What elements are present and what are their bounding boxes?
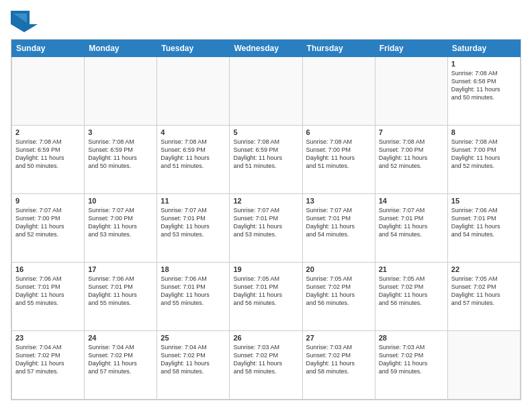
day-number: 3: [88, 128, 153, 136]
day-number: 6: [306, 128, 371, 136]
day-cell: [157, 57, 230, 126]
day-info: Sunrise: 7:04 AM Sunset: 7:02 PM Dayligh…: [15, 343, 81, 376]
day-number: 9: [15, 197, 81, 205]
day-cell: 9Sunrise: 7:07 AM Sunset: 7:00 PM Daylig…: [12, 194, 85, 263]
day-info: Sunrise: 7:03 AM Sunset: 7:02 PM Dayligh…: [379, 343, 444, 376]
day-number: 14: [379, 197, 444, 205]
day-cell: 8Sunrise: 7:08 AM Sunset: 7:00 PM Daylig…: [447, 126, 520, 194]
day-info: Sunrise: 7:07 AM Sunset: 7:01 PM Dayligh…: [379, 206, 444, 239]
day-cell: 19Sunrise: 7:05 AM Sunset: 7:01 PM Dayli…: [230, 263, 302, 331]
week-row-2: 9Sunrise: 7:07 AM Sunset: 7:00 PM Daylig…: [12, 194, 521, 263]
day-cell: 27Sunrise: 7:03 AM Sunset: 7:02 PM Dayli…: [302, 331, 375, 400]
day-number: 2: [15, 128, 81, 136]
day-cell: 20Sunrise: 7:05 AM Sunset: 7:02 PM Dayli…: [302, 263, 375, 331]
day-number: 4: [161, 128, 226, 136]
day-info: Sunrise: 7:07 AM Sunset: 7:01 PM Dayligh…: [161, 206, 226, 239]
day-number: 25: [161, 334, 226, 342]
day-number: 16: [15, 265, 81, 273]
day-number: 28: [379, 334, 444, 342]
day-cell: 26Sunrise: 7:03 AM Sunset: 7:02 PM Dayli…: [230, 331, 302, 400]
day-cell: 13Sunrise: 7:07 AM Sunset: 7:01 PM Dayli…: [302, 194, 375, 263]
day-info: Sunrise: 7:08 AM Sunset: 7:00 PM Dayligh…: [451, 138, 517, 171]
day-number: 27: [306, 334, 371, 342]
day-cell: 1Sunrise: 7:08 AM Sunset: 6:58 PM Daylig…: [447, 57, 520, 126]
day-header-saturday: Saturday: [447, 40, 520, 57]
day-number: 22: [451, 265, 517, 273]
day-cell: 28Sunrise: 7:03 AM Sunset: 7:02 PM Dayli…: [375, 331, 447, 400]
day-number: 15: [451, 197, 517, 205]
day-cell: 22Sunrise: 7:05 AM Sunset: 7:02 PM Dayli…: [447, 263, 520, 331]
day-info: Sunrise: 7:03 AM Sunset: 7:02 PM Dayligh…: [306, 343, 371, 376]
week-row-0: 1Sunrise: 7:08 AM Sunset: 6:58 PM Daylig…: [12, 57, 521, 126]
day-cell: 24Sunrise: 7:04 AM Sunset: 7:02 PM Dayli…: [85, 331, 157, 400]
day-cell: [230, 57, 302, 126]
day-info: Sunrise: 7:05 AM Sunset: 7:02 PM Dayligh…: [306, 275, 371, 308]
day-cell: 11Sunrise: 7:07 AM Sunset: 7:01 PM Dayli…: [157, 194, 230, 263]
week-row-1: 2Sunrise: 7:08 AM Sunset: 6:59 PM Daylig…: [12, 126, 521, 194]
day-info: Sunrise: 7:06 AM Sunset: 7:01 PM Dayligh…: [451, 206, 517, 239]
day-info: Sunrise: 7:03 AM Sunset: 7:02 PM Dayligh…: [233, 343, 298, 376]
day-cell: 14Sunrise: 7:07 AM Sunset: 7:01 PM Dayli…: [375, 194, 447, 263]
day-cell: [302, 57, 375, 126]
day-header-thursday: Thursday: [302, 40, 375, 57]
day-number: 19: [233, 265, 298, 273]
day-cell: 17Sunrise: 7:06 AM Sunset: 7:01 PM Dayli…: [85, 263, 157, 331]
day-info: Sunrise: 7:07 AM Sunset: 7:01 PM Dayligh…: [306, 206, 371, 239]
day-number: 17: [88, 265, 153, 273]
day-cell: 15Sunrise: 7:06 AM Sunset: 7:01 PM Dayli…: [447, 194, 520, 263]
day-header-tuesday: Tuesday: [157, 40, 230, 57]
day-cell: 7Sunrise: 7:08 AM Sunset: 7:00 PM Daylig…: [375, 126, 447, 194]
header: [11, 11, 521, 32]
day-number: 8: [451, 128, 517, 136]
day-header-friday: Friday: [375, 40, 447, 57]
day-info: Sunrise: 7:08 AM Sunset: 6:59 PM Dayligh…: [15, 138, 81, 171]
day-number: 21: [379, 265, 444, 273]
day-cell: [375, 57, 447, 126]
day-info: Sunrise: 7:06 AM Sunset: 7:01 PM Dayligh…: [88, 275, 153, 308]
day-header-sunday: Sunday: [12, 40, 85, 57]
calendar-header-row: SundayMondayTuesdayWednesdayThursdayFrid…: [12, 40, 521, 57]
day-number: 18: [161, 265, 226, 273]
day-number: 5: [233, 128, 298, 136]
week-row-3: 16Sunrise: 7:06 AM Sunset: 7:01 PM Dayli…: [12, 263, 521, 331]
day-cell: 23Sunrise: 7:04 AM Sunset: 7:02 PM Dayli…: [12, 331, 85, 400]
logo-icon: [11, 11, 38, 32]
day-info: Sunrise: 7:04 AM Sunset: 7:02 PM Dayligh…: [88, 343, 153, 376]
day-cell: 5Sunrise: 7:08 AM Sunset: 6:59 PM Daylig…: [230, 126, 302, 194]
day-number: 20: [306, 265, 371, 273]
day-info: Sunrise: 7:07 AM Sunset: 7:00 PM Dayligh…: [15, 206, 81, 239]
day-cell: 16Sunrise: 7:06 AM Sunset: 7:01 PM Dayli…: [12, 263, 85, 331]
day-cell: 6Sunrise: 7:08 AM Sunset: 7:00 PM Daylig…: [302, 126, 375, 194]
day-number: 10: [88, 197, 153, 205]
day-number: 1: [451, 60, 517, 68]
day-cell: [85, 57, 157, 126]
day-number: 12: [233, 197, 298, 205]
day-cell: [12, 57, 85, 126]
day-number: 23: [15, 334, 81, 342]
page: SundayMondayTuesdayWednesdayThursdayFrid…: [0, 0, 532, 411]
day-number: 24: [88, 334, 153, 342]
day-info: Sunrise: 7:08 AM Sunset: 6:59 PM Dayligh…: [161, 138, 226, 171]
day-info: Sunrise: 7:05 AM Sunset: 7:02 PM Dayligh…: [451, 275, 517, 308]
day-info: Sunrise: 7:05 AM Sunset: 7:02 PM Dayligh…: [379, 275, 444, 308]
logo: [11, 11, 38, 32]
calendar-table: SundayMondayTuesdayWednesdayThursdayFrid…: [11, 40, 521, 400]
day-info: Sunrise: 7:07 AM Sunset: 7:00 PM Dayligh…: [88, 206, 153, 239]
day-header-wednesday: Wednesday: [230, 40, 302, 57]
day-number: 11: [161, 197, 226, 205]
day-info: Sunrise: 7:05 AM Sunset: 7:01 PM Dayligh…: [233, 275, 298, 308]
day-cell: 25Sunrise: 7:04 AM Sunset: 7:02 PM Dayli…: [157, 331, 230, 400]
day-cell: 21Sunrise: 7:05 AM Sunset: 7:02 PM Dayli…: [375, 263, 447, 331]
day-info: Sunrise: 7:08 AM Sunset: 6:58 PM Dayligh…: [451, 69, 517, 102]
day-cell: 3Sunrise: 7:08 AM Sunset: 6:59 PM Daylig…: [85, 126, 157, 194]
day-cell: 18Sunrise: 7:06 AM Sunset: 7:01 PM Dayli…: [157, 263, 230, 331]
week-row-4: 23Sunrise: 7:04 AM Sunset: 7:02 PM Dayli…: [12, 331, 521, 400]
day-info: Sunrise: 7:08 AM Sunset: 6:59 PM Dayligh…: [88, 138, 153, 171]
day-info: Sunrise: 7:08 AM Sunset: 6:59 PM Dayligh…: [233, 138, 298, 171]
day-info: Sunrise: 7:08 AM Sunset: 7:00 PM Dayligh…: [306, 138, 371, 171]
day-cell: 2Sunrise: 7:08 AM Sunset: 6:59 PM Daylig…: [12, 126, 85, 194]
day-number: 13: [306, 197, 371, 205]
day-cell: 10Sunrise: 7:07 AM Sunset: 7:00 PM Dayli…: [85, 194, 157, 263]
day-info: Sunrise: 7:06 AM Sunset: 7:01 PM Dayligh…: [15, 275, 81, 308]
day-info: Sunrise: 7:08 AM Sunset: 7:00 PM Dayligh…: [379, 138, 444, 171]
